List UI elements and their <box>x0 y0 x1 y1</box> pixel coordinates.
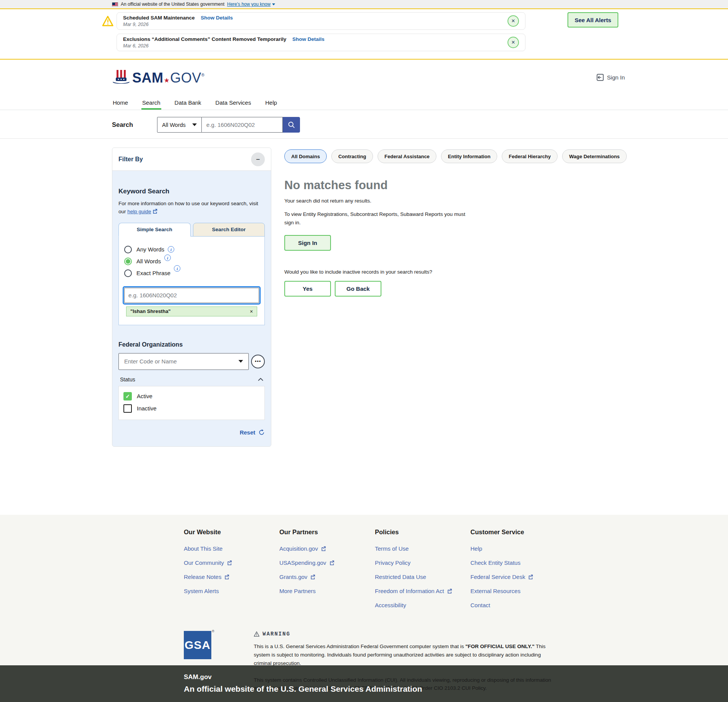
reset-label: Reset <box>240 429 255 436</box>
domain-pill-federal-hierarchy[interactable]: Federal Hierarchy <box>502 149 558 163</box>
select-arrow-icon <box>192 123 197 126</box>
radio-all-words[interactable] <box>124 258 132 265</box>
footer-link-our-community[interactable]: Our Community <box>184 559 279 566</box>
external-link-icon <box>224 574 229 579</box>
footer-link-help[interactable]: Help <box>470 545 566 552</box>
alert-date: Mar 6, 2026 <box>123 43 502 49</box>
footer-link-release-notes[interactable]: Release Notes <box>184 574 279 580</box>
site-header: SAM★GOV® Sign In <box>0 60 728 95</box>
federal-org-placeholder: Enter Code or Name <box>124 358 177 365</box>
tab-simple-search[interactable]: Simple Search <box>118 223 191 237</box>
keyword-search-heading: Keyword Search <box>118 188 265 195</box>
footer-link-more-partners[interactable]: More Partners <box>279 588 375 594</box>
status-options: ✓ Active Inactive <box>118 386 265 420</box>
search-mode-select[interactable]: All Words <box>157 117 202 133</box>
radio-any-words[interactable] <box>124 246 132 253</box>
footer-link-about-this-site[interactable]: About This Site <box>184 545 279 552</box>
close-icon: × <box>511 39 515 45</box>
footer-link-contact[interactable]: Contact <box>470 602 566 608</box>
status-header[interactable]: Status <box>118 376 265 383</box>
tab-search-editor[interactable]: Search Editor <box>193 223 265 237</box>
footer-col-heading: Customer Service <box>470 529 566 536</box>
footer-link-external-resources[interactable]: External Resources <box>470 588 566 594</box>
footer-link-foia[interactable]: Freedom of Information Act <box>375 588 470 594</box>
footer-link-check-entity-status[interactable]: Check Entity Status <box>470 559 566 566</box>
external-link-icon <box>152 209 157 214</box>
footer-link-system-alerts[interactable]: System Alerts <box>184 588 279 594</box>
radio-exact-phrase-label: Exact Phrase <box>136 270 170 276</box>
alerts-section: Scheduled SAM Maintenance Show Details M… <box>0 8 728 60</box>
footer-link-columns: Our Website About This Site Our Communit… <box>184 529 728 616</box>
sam-gov-logo[interactable]: SAM★GOV® <box>112 69 204 86</box>
reset-filters-link[interactable]: Reset <box>118 429 265 436</box>
filter-panel-body: Keyword Search For more information on h… <box>112 171 271 446</box>
collapse-filters-button[interactable]: − <box>251 152 265 166</box>
nav-item-data-services[interactable]: Data Services <box>215 95 252 110</box>
alert-title: Scheduled SAM Maintenance <box>123 15 195 21</box>
show-details-link[interactable]: Show Details <box>292 36 324 42</box>
search-label: Search <box>112 117 133 132</box>
logo-sam-text: SAM <box>132 70 164 86</box>
nav-item-help[interactable]: Help <box>264 95 278 110</box>
filter-panel-header: Filter By − <box>112 148 271 171</box>
federal-org-select[interactable]: Enter Code or Name <box>118 353 249 370</box>
nav-item-search[interactable]: Search <box>141 95 161 110</box>
how-you-know-link[interactable]: Here's how you know <box>227 2 275 7</box>
info-icon[interactable]: i <box>174 265 180 272</box>
footer-link-grants-gov[interactable]: Grants.gov <box>279 574 375 580</box>
close-alert-button[interactable]: × <box>507 37 519 48</box>
gov-banner: An official website of the United States… <box>0 0 728 8</box>
info-icon[interactable]: i <box>164 255 171 261</box>
us-flag-icon <box>112 2 118 6</box>
no-results-message: Your search did not return any results. <box>284 198 728 204</box>
status-option-inactive[interactable]: Inactive <box>123 404 260 413</box>
yes-button[interactable]: Yes <box>284 281 331 297</box>
footer-link-federal-service-desk[interactable]: Federal Service Desk <box>470 574 566 580</box>
reset-icon <box>258 429 265 436</box>
external-link-icon <box>310 574 315 579</box>
info-icon[interactable]: i <box>168 246 174 253</box>
checkbox-checked-icon[interactable]: ✓ <box>123 392 132 400</box>
footer-link-acquisition-gov[interactable]: Acquisition.gov <box>279 545 375 552</box>
remove-tag-icon[interactable]: × <box>250 308 253 315</box>
nav-item-data-bank[interactable]: Data Bank <box>174 95 202 110</box>
footer-link-accessibility[interactable]: Accessibility <box>375 602 470 608</box>
search-mode-value: All Words <box>162 122 186 128</box>
chevron-down-icon <box>272 3 275 5</box>
footer-col-heading: Our Partners <box>279 529 375 536</box>
footer-link-privacy-policy[interactable]: Privacy Policy <box>375 559 470 566</box>
footer-col-policies: Policies Terms of Use Privacy Policy Res… <box>375 529 470 616</box>
footer-link-restricted-data-use[interactable]: Restricted Data Use <box>375 574 470 580</box>
checkbox-unchecked[interactable] <box>123 404 132 413</box>
close-alert-button[interactable]: × <box>507 15 519 27</box>
keyword-input[interactable] <box>124 288 259 303</box>
header-sign-in-link[interactable]: Sign In <box>597 74 625 81</box>
help-guide-link[interactable]: help guide <box>127 209 157 214</box>
radio-exact-phrase[interactable] <box>124 269 132 277</box>
footer-link-usaspending-gov[interactable]: USASpending.gov <box>279 559 375 566</box>
alert-icon-spacer <box>102 34 113 51</box>
domain-pills: All Domains Contracting Federal Assistan… <box>284 149 728 163</box>
domain-pill-federal-assistance[interactable]: Federal Assistance <box>378 149 436 163</box>
no-matches-heading: No matches found <box>284 178 728 192</box>
footer-col-our-partners: Our Partners Acquisition.gov USASpending… <box>279 529 375 616</box>
sign-in-button[interactable]: Sign In <box>284 235 331 251</box>
alert-row: Exclusions “Additional Comments” Content… <box>102 34 728 51</box>
show-details-link[interactable]: Show Details <box>201 15 233 21</box>
more-options-button[interactable]: ••• <box>251 355 265 368</box>
domain-pill-entity-information[interactable]: Entity Information <box>441 149 497 163</box>
see-all-alerts-button[interactable]: See All Alerts <box>567 12 618 28</box>
registered-mark: ® <box>201 73 205 77</box>
domain-pill-contracting[interactable]: Contracting <box>331 149 373 163</box>
status-option-active[interactable]: ✓ Active <box>123 392 260 400</box>
warning-block: WARNING This is a U.S. General Services … <box>254 631 559 692</box>
top-search-input[interactable] <box>202 117 283 133</box>
domain-pill-all-domains[interactable]: All Domains <box>284 149 327 163</box>
external-link-icon <box>528 574 533 579</box>
footer-link-terms-of-use[interactable]: Terms of Use <box>375 545 470 552</box>
domain-pill-wage-determinations[interactable]: Wage Determinations <box>562 149 626 163</box>
nav-item-home[interactable]: Home <box>112 95 129 110</box>
search-submit-button[interactable] <box>283 117 300 133</box>
go-back-button[interactable]: Go Back <box>335 281 381 297</box>
gov-banner-text: An official website of the United States… <box>121 2 224 7</box>
